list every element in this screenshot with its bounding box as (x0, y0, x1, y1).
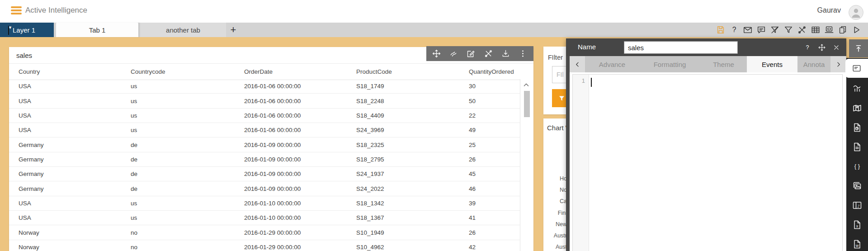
cell-orderdate: 2016-01-06 00:00:00 (244, 112, 356, 119)
table-row[interactable]: Norwayno2016-01-29 00:00:00S10_194926 (9, 225, 520, 240)
cell-quantityordered: 42 (469, 244, 520, 251)
column-header-country[interactable]: Country (19, 68, 131, 75)
axis-label: No (543, 184, 567, 195)
events-code-editor[interactable]: 1 (572, 74, 843, 251)
tabs-scroll-right[interactable] (830, 56, 846, 72)
axis-label: Austr (543, 230, 567, 241)
name-input[interactable] (624, 41, 738, 54)
cell-country: Germany (19, 185, 131, 192)
table-row[interactable]: Germanyde2016-01-09 00:00:00S18_279526 (9, 152, 520, 167)
chart-axis-labels: HoNoCaFinlNewAustrAust (543, 173, 567, 251)
strip-item-document[interactable] (846, 137, 868, 156)
cell-country: Germany (19, 142, 131, 148)
text-caret (591, 78, 592, 87)
strip-item-analytics[interactable] (846, 79, 868, 98)
kebab-icon[interactable] (518, 49, 528, 59)
tab-another-tab[interactable]: another tab (140, 23, 226, 37)
layer-selector[interactable]: Layer 1 ▼ (0, 23, 54, 37)
play-icon[interactable] (851, 24, 862, 35)
strip-item-pie-file[interactable] (846, 118, 868, 137)
popup-body: AdvanceFormattingThemeEventsAnnota 1 (566, 56, 846, 251)
popup-tab-advance[interactable]: Advance (585, 56, 639, 72)
user-name: Gaurav (817, 6, 841, 14)
top-toolbar: ? (715, 24, 862, 35)
download-icon[interactable] (501, 49, 511, 59)
editor-code-area[interactable] (589, 75, 842, 251)
popup-header[interactable]: Name ? (566, 38, 846, 56)
cell-productcode: S18_2248 (356, 98, 469, 104)
strip-item-form[interactable] (845, 59, 868, 78)
tab-tab1[interactable]: Tab 1 (56, 23, 138, 37)
collapse-top-icon (854, 44, 863, 53)
add-tab-button[interactable]: + (226, 23, 241, 37)
axis-label: New (543, 218, 567, 230)
move-icon[interactable] (432, 49, 442, 59)
help-icon[interactable]: ? (729, 24, 740, 35)
cell-productcode: S18_4409 (356, 112, 469, 119)
cell-country: USA (19, 83, 131, 90)
cell-productcode: S18_1342 (356, 200, 469, 207)
user-avatar[interactable] (849, 5, 863, 20)
popup-tab-theme[interactable]: Theme (700, 56, 747, 72)
cell-orderdate: 2016-01-09 00:00:00 (244, 170, 356, 177)
tools-icon[interactable] (484, 49, 494, 59)
axis-label: Ca (543, 196, 567, 207)
scrollbar-thumb[interactable] (524, 91, 530, 117)
table-row[interactable]: Germanyde2016-01-09 00:00:00S18_232525 (9, 137, 520, 152)
table-row[interactable]: Germanyde2016-01-09 00:00:00S24_193745 (9, 167, 520, 181)
popup-tab-events[interactable]: Events (747, 56, 797, 72)
popup-tab-annota[interactable]: Annota (797, 56, 830, 72)
strip-item-word-file[interactable]: w (846, 234, 868, 251)
column-header-orderdate[interactable]: OrderDate (244, 68, 356, 75)
cell-productcode: S18_2795 (356, 156, 469, 163)
column-header-productcode[interactable]: ProductCode (356, 68, 469, 75)
edit-icon[interactable] (466, 49, 476, 59)
cell-quantityordered: 39 (469, 200, 520, 207)
table-row[interactable]: Germanyde2016-01-09 00:00:00S24_202246 (9, 181, 520, 196)
comment-icon[interactable] (756, 24, 767, 35)
cell-orderdate: 2016-01-10 00:00:00 (244, 200, 356, 207)
cell-productcode: S24_3969 (356, 127, 469, 133)
save-icon[interactable] (715, 24, 726, 35)
tabs-scroll-left[interactable] (570, 56, 585, 72)
cell-countrycode: us (131, 83, 244, 90)
column-header-countrycode[interactable]: Countrycode (131, 68, 244, 75)
cell-productcode: S10_1949 (356, 229, 469, 236)
table-row[interactable]: USAus2016-01-10 00:00:00S18_134239 (9, 196, 520, 211)
tools-icon[interactable] (797, 24, 807, 35)
table-row[interactable]: Norwayno2016-01-29 00:00:00S10_496242 (9, 240, 520, 251)
table-row[interactable]: USAus2016-01-06 00:00:00S18_174930 (9, 79, 520, 94)
strip-item-media-widget[interactable]: ♪ (846, 195, 868, 215)
close-icon[interactable] (832, 43, 841, 52)
filter-off-icon[interactable] (769, 24, 780, 35)
strip-item-photos[interactable] (846, 176, 868, 195)
cell-quantityordered: 26 (469, 229, 520, 236)
cell-orderdate: 2016-01-29 00:00:00 (244, 244, 356, 251)
cell-productcode: S18_1749 (356, 83, 469, 90)
table-row[interactable]: USAus2016-01-06 00:00:00S24_396949 (9, 123, 520, 137)
cell-country: Germany (19, 156, 131, 163)
svg-text:♪: ♪ (857, 204, 860, 208)
strip-item-map[interactable] (846, 98, 868, 118)
column-header-quantityordered[interactable]: QuantityOrdered (469, 68, 520, 75)
table-row[interactable]: USAus2016-01-10 00:00:00S18_136741 (9, 211, 520, 225)
copy-icon[interactable] (837, 24, 848, 35)
devtools-icon[interactable] (824, 24, 835, 35)
scroll-up-icon[interactable] (522, 81, 531, 89)
collapse-panel-button[interactable] (849, 39, 868, 57)
table-icon[interactable] (810, 24, 821, 35)
cell-country: USA (19, 214, 131, 221)
svg-text:x: x (856, 223, 859, 228)
draw-icon[interactable] (449, 49, 459, 59)
move-popup-icon[interactable] (817, 43, 826, 52)
mail-icon[interactable] (742, 24, 753, 35)
cell-country: Germany (19, 170, 131, 177)
filter-icon[interactable] (783, 24, 794, 35)
help-icon[interactable]: ? (803, 43, 812, 52)
table-row[interactable]: USAus2016-01-06 00:00:00S18_224850 (9, 94, 520, 108)
table-row[interactable]: USAus2016-01-06 00:00:00S18_440922 (9, 109, 520, 123)
strip-item-excel-file[interactable]: x (846, 215, 868, 234)
popup-tab-formatting[interactable]: Formatting (639, 56, 700, 72)
strip-item-braces[interactable]: { } (846, 156, 868, 176)
hamburger-menu-icon[interactable] (11, 6, 22, 14)
